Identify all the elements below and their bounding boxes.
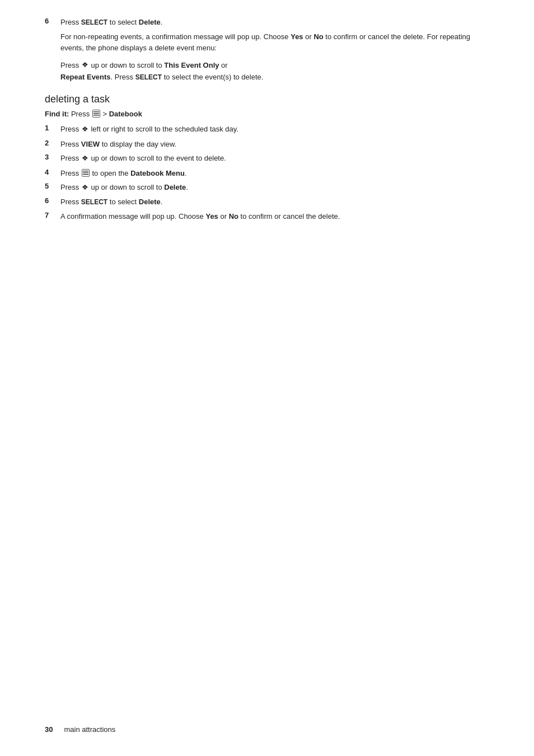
step-6-block: 6 Press SELECT to select Delete.	[45, 17, 489, 28]
menu-icon-4	[82, 169, 90, 177]
step-6-delete: Delete	[139, 18, 161, 26]
step-4-content: Press to open the Datebook Menu.	[60, 168, 489, 179]
step-6b-number: 6	[45, 196, 60, 205]
step-7-block: 7 A confirmation message will pop up. Ch…	[45, 211, 489, 222]
find-it-datebook: Datebook	[109, 110, 142, 118]
step-4-number: 4	[45, 168, 60, 176]
step-6b-content: Press SELECT to select Delete.	[60, 196, 489, 208]
step-4-block: 4 Press to open the Datebook Menu.	[45, 168, 489, 179]
step-6-select: SELECT	[81, 18, 107, 26]
step-6-press: Press	[60, 18, 81, 26]
step-2-number: 2	[45, 139, 60, 147]
select-label-6: SELECT	[81, 198, 107, 206]
compass-icon-5: ❖	[82, 182, 88, 193]
step-6-para1: For non-repeating events, a confirmation…	[45, 31, 489, 55]
svg-rect-1	[93, 113, 99, 114]
step-1-number: 1	[45, 124, 60, 132]
footer: 30 main attractions	[45, 725, 115, 734]
step-7-content: A confirmation message will pop up. Choo…	[60, 211, 489, 222]
delete-label-6: Delete	[139, 198, 161, 206]
step-5-number: 5	[45, 182, 60, 190]
footer-page-number: 30	[45, 725, 53, 734]
step-3-number: 3	[45, 153, 60, 161]
footer-label: main attractions	[64, 725, 115, 734]
section-heading: deleting a task	[45, 93, 489, 105]
find-it: Find it: Press > Datebook	[45, 110, 489, 119]
step-5-block: 5 Press ❖ up or down to scroll to Delete…	[45, 182, 489, 193]
find-it-label: Find it:	[45, 110, 69, 118]
no-label: No	[229, 212, 238, 220]
step-1-content: Press ❖ left or right to scroll to the s…	[60, 124, 489, 135]
compass-icon: ❖	[82, 59, 88, 71]
step-5-content: Press ❖ up or down to scroll to Delete.	[60, 182, 489, 193]
compass-icon-1: ❖	[82, 124, 88, 135]
menu-icon	[92, 110, 100, 118]
step-1-block: 1 Press ❖ left or right to scroll to the…	[45, 124, 489, 135]
step-6-number: 6	[45, 17, 60, 25]
svg-rect-5	[83, 174, 88, 175]
delete-label-5: Delete	[164, 183, 186, 191]
datebook-menu-label: Datebook Menu	[130, 169, 185, 177]
step-7-number: 7	[45, 211, 60, 219]
step-3-content: Press ❖ up or down to scroll to the even…	[60, 153, 489, 164]
yes-label: Yes	[205, 212, 218, 220]
step-2-content: Press VIEW to display the day view.	[60, 139, 489, 150]
step-6-text: Press SELECT to select Delete.	[60, 17, 489, 28]
compass-icon-3: ❖	[82, 153, 88, 164]
view-key: VIEW	[81, 140, 100, 148]
step-6-to-select: to select	[107, 18, 139, 26]
step-6-para2: Press ❖ up or down to scroll to This Eve…	[45, 60, 489, 83]
svg-rect-4	[83, 172, 88, 173]
step-3-block: 3 Press ❖ up or down to scroll to the ev…	[45, 153, 489, 164]
step-6b-block: 6 Press SELECT to select Delete.	[45, 196, 489, 208]
svg-rect-0	[93, 111, 99, 112]
step-2-block: 2 Press VIEW to display the day view.	[45, 139, 489, 150]
svg-rect-2	[93, 115, 99, 116]
svg-rect-3	[83, 171, 88, 172]
page-content: 6 Press SELECT to select Delete. For non…	[0, 0, 534, 756]
